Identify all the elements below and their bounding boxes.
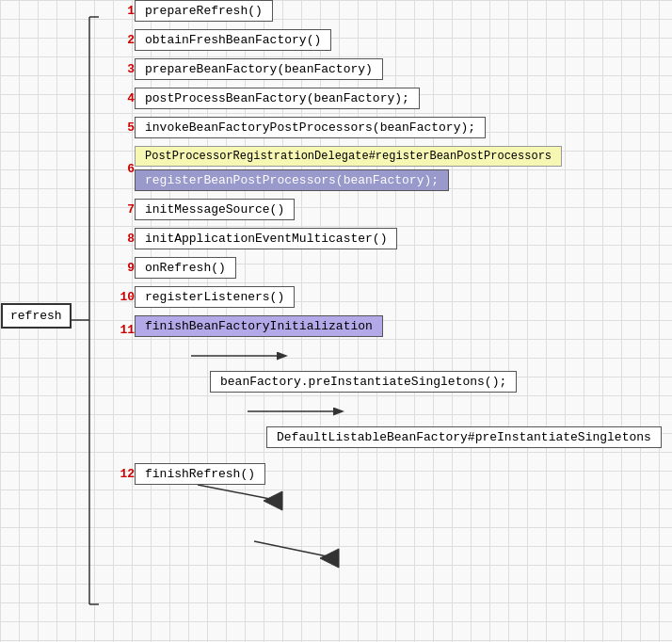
- line-number: 9: [99, 257, 135, 279]
- table-row: 5 invokeBeanFactoryPostProcessors(beanFa…: [99, 117, 672, 138]
- line-number: 1: [99, 0, 135, 22]
- line-content: onRefresh(): [135, 257, 672, 279]
- diagram-table: 1 prepareRefresh() 2 obtainFreshBeanFact…: [99, 0, 672, 492]
- line-number: 8: [99, 228, 135, 249]
- sub-item-2: DefaultListableBeanFactory#preInstantiat…: [266, 426, 672, 448]
- method-box-purple: finishBeanFactoryInitialization: [135, 315, 383, 337]
- line-content: finishRefresh(): [135, 463, 672, 485]
- method-box: obtainFreshBeanFactory(): [135, 29, 331, 51]
- method-box: postProcessBeanFactory(beanFactory);: [135, 88, 420, 109]
- svg-marker-6: [320, 549, 339, 568]
- line-number: 2: [99, 29, 135, 51]
- line-number: 5: [99, 117, 135, 138]
- table-row: 2 obtainFreshBeanFactory(): [99, 29, 672, 51]
- table-row: 9 onRefresh(): [99, 257, 672, 279]
- method-box-sub2: DefaultListableBeanFactory#preInstantiat…: [266, 426, 662, 448]
- line-content: postProcessBeanFactory(beanFactory);: [135, 88, 672, 109]
- method-box-sub1: beanFactory.preInstantiateSingletons();: [210, 371, 517, 393]
- line-content: registerListeners(): [135, 286, 672, 308]
- line-number: 10: [99, 286, 135, 308]
- line-content: initMessageSource(): [135, 199, 672, 220]
- method-box: onRefresh(): [135, 257, 236, 279]
- line-content: obtainFreshBeanFactory(): [135, 29, 672, 51]
- arrow-svg-1: [191, 345, 304, 367]
- table-row: 4 postProcessBeanFactory(beanFactory);: [99, 88, 672, 109]
- line-number: 4: [99, 88, 135, 109]
- table-row: 1 prepareRefresh(): [99, 0, 672, 22]
- table-row: 6 PostProcessorRegistrationDelegate#regi…: [99, 146, 672, 191]
- line-content: finishBeanFactoryInitialization: [135, 315, 672, 456]
- line-number: 7: [99, 199, 135, 220]
- method-box: invokeBeanFactoryPostProcessors(beanFact…: [135, 117, 486, 138]
- table-row: 11 finishBeanFactoryInitialization: [99, 315, 672, 456]
- line-number: 11: [99, 315, 135, 456]
- line-number: 12: [99, 463, 135, 485]
- method-box: prepareBeanFactory(beanFactory): [135, 58, 383, 80]
- svg-marker-4: [264, 491, 282, 510]
- method-box: finishRefresh(): [135, 463, 265, 485]
- line-number: 3: [99, 58, 135, 80]
- line-number: 6: [99, 146, 135, 191]
- svg-line-7: [254, 541, 336, 558]
- arrow-group-2: [248, 400, 672, 426]
- method-box: initApplicationEventMulticaster(): [135, 228, 397, 249]
- method-box: registerListeners(): [135, 286, 295, 308]
- arrow-svg-2: [248, 400, 360, 423]
- table-row: 12 finishRefresh(): [99, 463, 672, 485]
- line-content: invokeBeanFactoryPostProcessors(beanFact…: [135, 117, 672, 138]
- refresh-label: refresh: [1, 303, 72, 329]
- table-row: 3 prepareBeanFactory(beanFactory): [99, 58, 672, 80]
- method-box: prepareRefresh(): [135, 0, 273, 22]
- sub-item-1: beanFactory.preInstantiateSingletons();: [210, 371, 672, 393]
- line-content: PostProcessorRegistrationDelegate#regist…: [135, 146, 672, 191]
- line-content: prepareBeanFactory(beanFactory): [135, 58, 672, 80]
- line-content: prepareRefresh(): [135, 0, 672, 22]
- method-box: initMessageSource(): [135, 199, 295, 220]
- arrow-group-1: [191, 345, 672, 371]
- table-row: 7 initMessageSource(): [99, 199, 672, 220]
- table-row: 10 registerListeners(): [99, 286, 672, 308]
- line-content: initApplicationEventMulticaster(): [135, 228, 672, 249]
- method-box-blue: registerBeanPostProcessors(beanFactory);: [135, 169, 449, 191]
- tooltip-box: PostProcessorRegistrationDelegate#regist…: [135, 146, 562, 167]
- table-row: 8 initApplicationEventMulticaster(): [99, 228, 672, 249]
- diagram-container: refresh 1 prepareRefresh() 2 obtainFresh…: [0, 0, 672, 642]
